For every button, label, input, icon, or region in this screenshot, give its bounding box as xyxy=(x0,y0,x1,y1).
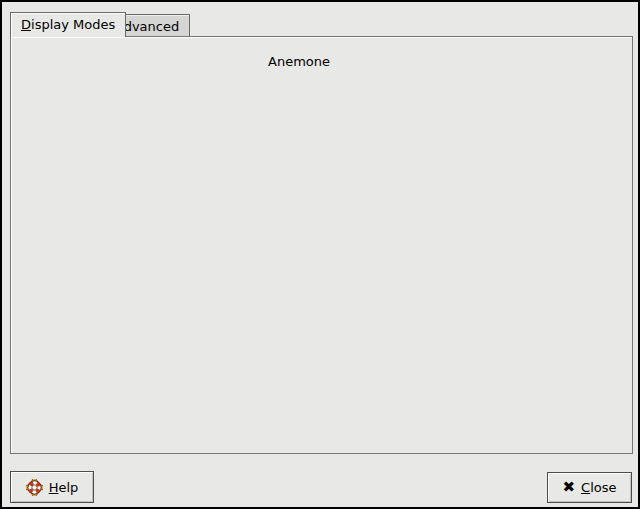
close-button[interactable]: ✖ Close xyxy=(547,472,632,503)
display-modes-page xyxy=(10,36,633,454)
help-button-label: Help xyxy=(49,480,79,495)
tab-display-modes[interactable]: Display Modes xyxy=(10,12,126,37)
help-button[interactable]: Help xyxy=(10,471,94,503)
preview-frame-title: Anemone xyxy=(264,54,334,69)
screensaver-preferences-dialog: Display Modes Advanced Mode: Only One Sc… xyxy=(0,0,640,509)
close-button-label: Close xyxy=(581,480,616,495)
help-lifering-icon xyxy=(26,479,43,496)
close-x-icon: ✖ xyxy=(563,480,576,495)
